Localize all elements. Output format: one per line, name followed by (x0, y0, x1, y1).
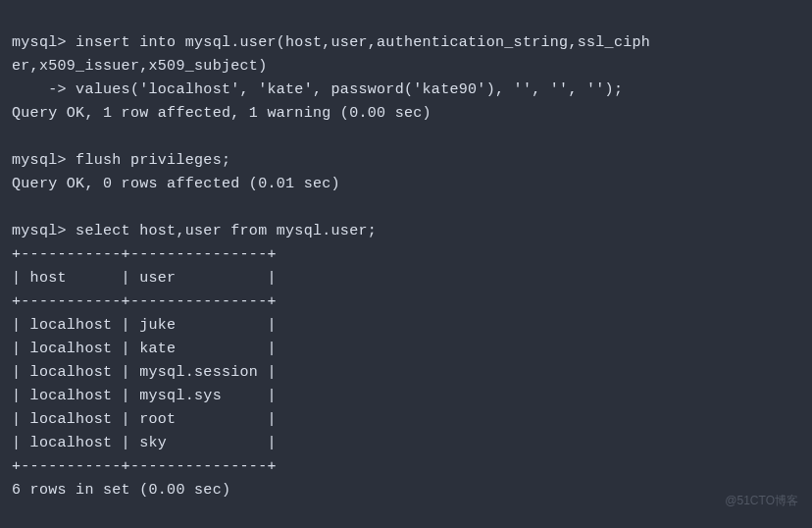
table-row: | localhost | mysql.session | (12, 364, 277, 381)
sql-insert-line-1: mysql> insert into mysql.user(host,user,… (12, 34, 650, 51)
sql-insert-line-2: er,x509_issuer,x509_subject) (12, 58, 267, 75)
table-border-sep: +-----------+---------------+ (12, 293, 277, 310)
sql-select-line: mysql> select host,user from mysql.user; (12, 223, 377, 239)
table-row: | localhost | mysql.sys | (12, 388, 277, 404)
table-border-bottom: +-----------+---------------+ (12, 458, 277, 475)
sql-flush-line: mysql> flush privileges; (12, 152, 230, 169)
table-row: | localhost | juke | (12, 317, 277, 334)
table-row: | localhost | sky | (12, 435, 277, 451)
table-border-top: +-----------+---------------+ (12, 246, 277, 263)
table-row: | localhost | kate | (12, 341, 277, 357)
sql-insert-line-3: -> values('localhost', 'kate', password(… (12, 81, 623, 98)
terminal-output[interactable]: mysql> insert into mysql.user(host,user,… (12, 8, 800, 528)
table-header-row: | host | user | (12, 270, 277, 287)
table-row: | localhost | root | (12, 411, 277, 428)
query-result-insert: Query OK, 1 row affected, 1 warning (0.0… (12, 105, 431, 122)
query-result-select: 6 rows in set (0.00 sec) (12, 482, 230, 499)
watermark-text: @51CTO博客 (725, 492, 798, 510)
query-result-flush: Query OK, 0 rows affected (0.01 sec) (12, 176, 340, 192)
